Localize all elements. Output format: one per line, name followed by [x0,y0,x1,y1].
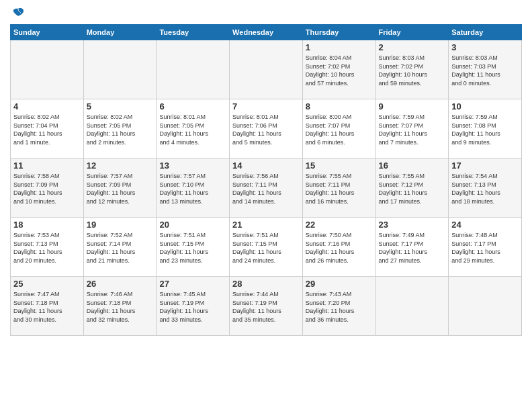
calendar-cell: 19Sunrise: 7:52 AM Sunset: 7:14 PM Dayli… [83,218,157,277]
day-info: Sunrise: 7:57 AM Sunset: 7:10 PM Dayligh… [159,172,226,205]
day-number: 16 [379,161,446,171]
calendar-cell: 26Sunrise: 7:46 AM Sunset: 7:18 PM Dayli… [83,277,157,336]
day-info: Sunrise: 8:02 AM Sunset: 7:05 PM Dayligh… [87,113,154,146]
day-number: 20 [159,220,226,230]
calendar-body: 1Sunrise: 8:04 AM Sunset: 7:02 PM Daylig… [11,40,522,336]
day-number: 28 [232,279,300,289]
day-number: 23 [379,220,446,230]
calendar-cell: 18Sunrise: 7:53 AM Sunset: 7:13 PM Dayli… [11,218,84,277]
calendar-cell: 6Sunrise: 8:01 AM Sunset: 7:05 PM Daylig… [157,99,230,158]
calendar-cell: 29Sunrise: 7:43 AM Sunset: 7:20 PM Dayli… [302,277,375,336]
day-number: 27 [159,279,226,289]
calendar-cell [375,277,449,336]
calendar-week-5: 25Sunrise: 7:47 AM Sunset: 7:18 PM Dayli… [11,277,522,336]
calendar-cell: 16Sunrise: 7:55 AM Sunset: 7:12 PM Dayli… [375,158,449,218]
weekday-header-monday: Monday [83,25,157,40]
calendar-cell: 21Sunrise: 7:51 AM Sunset: 7:15 PM Dayli… [230,218,303,277]
weekday-header-wednesday: Wednesday [230,25,303,40]
day-info: Sunrise: 7:51 AM Sunset: 7:15 PM Dayligh… [159,231,226,265]
day-info: Sunrise: 7:59 AM Sunset: 7:07 PM Dayligh… [379,113,446,146]
day-number: 21 [232,220,300,230]
day-number: 14 [232,161,300,171]
calendar-cell: 7Sunrise: 8:01 AM Sunset: 7:06 PM Daylig… [230,99,303,158]
day-number: 11 [13,161,81,171]
day-info: Sunrise: 7:51 AM Sunset: 7:15 PM Dayligh… [232,231,300,265]
calendar-week-3: 11Sunrise: 7:58 AM Sunset: 7:09 PM Dayli… [11,158,522,218]
day-number: 22 [306,220,373,230]
day-number: 7 [232,101,300,111]
calendar-cell [11,40,84,99]
day-number: 3 [451,42,519,52]
day-info: Sunrise: 8:03 AM Sunset: 7:02 PM Dayligh… [379,54,446,87]
day-number: 25 [13,279,81,289]
calendar-cell: 10Sunrise: 7:59 AM Sunset: 7:08 PM Dayli… [449,99,522,158]
calendar-cell: 28Sunrise: 7:44 AM Sunset: 7:19 PM Dayli… [230,277,303,336]
day-info: Sunrise: 8:03 AM Sunset: 7:03 PM Dayligh… [451,54,519,87]
day-info: Sunrise: 7:55 AM Sunset: 7:12 PM Dayligh… [379,172,446,205]
calendar-cell: 15Sunrise: 7:55 AM Sunset: 7:11 PM Dayli… [302,158,375,218]
calendar-cell: 1Sunrise: 8:04 AM Sunset: 7:02 PM Daylig… [302,40,375,99]
day-info: Sunrise: 7:57 AM Sunset: 7:09 PM Dayligh… [87,172,154,205]
day-number: 8 [306,101,373,111]
calendar-cell [83,40,157,99]
day-info: Sunrise: 7:59 AM Sunset: 7:08 PM Dayligh… [451,113,519,146]
page-container: SundayMondayTuesdayWednesdayThursdayFrid… [0,0,532,339]
calendar-week-1: 1Sunrise: 8:04 AM Sunset: 7:02 PM Daylig… [11,40,522,99]
weekday-header-thursday: Thursday [302,25,375,40]
day-info: Sunrise: 7:46 AM Sunset: 7:18 PM Dayligh… [87,290,154,324]
day-info: Sunrise: 7:43 AM Sunset: 7:20 PM Dayligh… [306,290,373,324]
day-info: Sunrise: 8:02 AM Sunset: 7:04 PM Dayligh… [13,113,81,146]
day-number: 9 [379,101,446,111]
calendar-week-4: 18Sunrise: 7:53 AM Sunset: 7:13 PM Dayli… [11,218,522,277]
calendar-cell: 24Sunrise: 7:48 AM Sunset: 7:17 PM Dayli… [449,218,522,277]
calendar-cell: 11Sunrise: 7:58 AM Sunset: 7:09 PM Dayli… [11,158,84,218]
day-info: Sunrise: 7:54 AM Sunset: 7:13 PM Dayligh… [451,172,519,205]
calendar-header: SundayMondayTuesdayWednesdayThursdayFrid… [11,25,522,40]
day-number: 4 [13,101,81,111]
weekday-row: SundayMondayTuesdayWednesdayThursdayFrid… [11,25,522,40]
day-info: Sunrise: 8:01 AM Sunset: 7:05 PM Dayligh… [159,113,226,146]
day-number: 10 [451,101,519,111]
calendar-cell: 22Sunrise: 7:50 AM Sunset: 7:16 PM Dayli… [302,218,375,277]
day-number: 1 [306,42,373,52]
day-number: 13 [159,161,226,171]
calendar-cell: 27Sunrise: 7:45 AM Sunset: 7:19 PM Dayli… [157,277,230,336]
day-number: 6 [159,101,226,111]
day-info: Sunrise: 7:55 AM Sunset: 7:11 PM Dayligh… [306,172,373,205]
calendar-cell [157,40,230,99]
day-number: 29 [306,279,373,289]
calendar-cell: 12Sunrise: 7:57 AM Sunset: 7:09 PM Dayli… [83,158,157,218]
calendar-cell: 2Sunrise: 8:03 AM Sunset: 7:02 PM Daylig… [375,40,449,99]
day-info: Sunrise: 7:49 AM Sunset: 7:17 PM Dayligh… [379,231,446,265]
day-info: Sunrise: 7:48 AM Sunset: 7:17 PM Dayligh… [451,231,519,265]
day-info: Sunrise: 7:50 AM Sunset: 7:16 PM Dayligh… [306,231,373,265]
calendar-cell [449,277,522,336]
day-info: Sunrise: 8:00 AM Sunset: 7:07 PM Dayligh… [306,113,373,146]
day-number: 2 [379,42,446,52]
calendar-week-2: 4Sunrise: 8:02 AM Sunset: 7:04 PM Daylig… [11,99,522,158]
calendar-cell [230,40,303,99]
calendar-cell: 20Sunrise: 7:51 AM Sunset: 7:15 PM Dayli… [157,218,230,277]
weekday-header-saturday: Saturday [449,25,522,40]
calendar-cell: 3Sunrise: 8:03 AM Sunset: 7:03 PM Daylig… [449,40,522,99]
day-info: Sunrise: 7:53 AM Sunset: 7:13 PM Dayligh… [13,231,81,265]
weekday-header-friday: Friday [375,25,449,40]
day-number: 12 [87,161,154,171]
day-info: Sunrise: 7:56 AM Sunset: 7:11 PM Dayligh… [232,172,300,205]
logo-bird-icon [11,7,25,20]
calendar-cell: 17Sunrise: 7:54 AM Sunset: 7:13 PM Dayli… [449,158,522,218]
day-info: Sunrise: 7:44 AM Sunset: 7:19 PM Dayligh… [232,290,300,324]
day-number: 26 [87,279,154,289]
calendar-cell: 14Sunrise: 7:56 AM Sunset: 7:11 PM Dayli… [230,158,303,218]
day-number: 24 [451,220,519,230]
calendar-cell: 9Sunrise: 7:59 AM Sunset: 7:07 PM Daylig… [375,99,449,158]
day-number: 18 [13,220,81,230]
calendar-cell: 4Sunrise: 8:02 AM Sunset: 7:04 PM Daylig… [11,99,84,158]
day-info: Sunrise: 7:45 AM Sunset: 7:19 PM Dayligh… [159,290,226,324]
calendar-cell: 25Sunrise: 7:47 AM Sunset: 7:18 PM Dayli… [11,277,84,336]
day-number: 15 [306,161,373,171]
day-number: 19 [87,220,154,230]
logo [10,7,25,20]
calendar-table: SundayMondayTuesdayWednesdayThursdayFrid… [10,24,522,336]
day-info: Sunrise: 7:52 AM Sunset: 7:14 PM Dayligh… [87,231,154,265]
